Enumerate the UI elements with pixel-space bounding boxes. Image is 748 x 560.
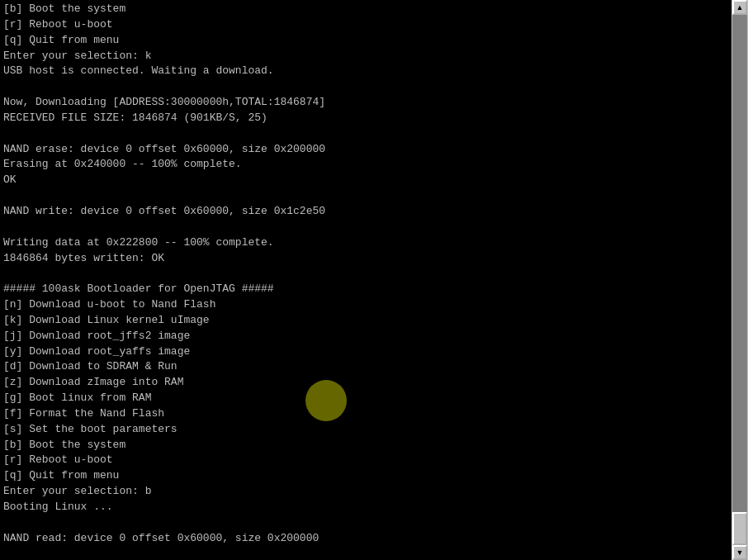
scrollbar[interactable]: ▲ ▼ (731, 0, 748, 560)
terminal-line: Enter your selection: b (3, 484, 728, 500)
terminal-line (3, 266, 728, 282)
terminal-line (3, 220, 728, 235)
terminal-line: NAND erase: device 0 offset 0x60000, siz… (3, 142, 728, 158)
terminal-line: 1846864 bytes written: OK (3, 251, 728, 267)
terminal-line: [k] Download Linux kernel uImage (3, 313, 728, 329)
terminal-line: [y] Download root_yaffs image (3, 344, 728, 360)
scroll-down-icon: ▼ (736, 548, 744, 557)
terminal-line: [g] Boot linux from RAM (3, 391, 728, 406)
terminal-line: [n] Download u-boot to Nand Flash (3, 297, 728, 313)
terminal-line: [d] Download to SDRAM & Run (3, 359, 728, 375)
terminal-line: Now, Downloading [ADDRESS:30000000h,TOTA… (3, 95, 728, 111)
terminal-line: [f] Format the Nand Flash (3, 406, 728, 422)
terminal-line: [s] Set the boot parameters (3, 422, 728, 438)
scroll-down-button[interactable]: ▼ (732, 545, 747, 560)
terminal-line: Writing data at 0x222800 -- 100% complet… (3, 235, 728, 251)
terminal-content: [b] Boot the system[r] Reboot u-boot[q] … (3, 2, 728, 560)
terminal-line (3, 188, 728, 204)
terminal-line: [b] Boot the system (3, 2, 728, 17)
terminal-line: OK (3, 173, 728, 188)
terminal-line: Enter your selection: k (3, 49, 728, 64)
terminal-line: [r] Reboot u-boot (3, 17, 728, 33)
scroll-up-button[interactable]: ▲ (732, 0, 747, 15)
terminal-line (3, 126, 728, 142)
scrollbar-track[interactable] (732, 15, 747, 545)
terminal-line (3, 515, 728, 531)
terminal-line: [j] Download root_jffs2 image (3, 329, 728, 344)
scrollbar-thumb[interactable] (732, 512, 747, 545)
terminal-line: NAND write: device 0 offset 0x60000, siz… (3, 204, 728, 220)
terminal-line: [b] Boot the system (3, 438, 728, 453)
terminal-line: [q] Quit from menu (3, 468, 728, 484)
terminal-line: NAND read: device 0 offset 0x60000, size… (3, 531, 728, 547)
terminal-line: [z] Download zImage into RAM (3, 375, 728, 391)
scroll-up-icon: ▲ (736, 3, 744, 12)
terminal-line: USB host is connected. Waiting a downloa… (3, 64, 728, 79)
terminal-line: [q] Quit from menu (3, 33, 728, 49)
terminal-line: ##### 100ask Bootloader for OpenJTAG ###… (3, 282, 728, 297)
terminal-line: [r] Reboot u-boot (3, 453, 728, 468)
terminal-line: Erasing at 0x240000 -- 100% complete. (3, 157, 728, 173)
terminal-line: RECEIVED FILE SIZE: 1846874 (901KB/S, 25… (3, 111, 728, 126)
terminal-line (3, 547, 728, 560)
terminal-line (3, 79, 728, 95)
terminal-window: [b] Boot the system[r] Reboot u-boot[q] … (0, 0, 731, 560)
terminal-line: Booting Linux ... (3, 500, 728, 515)
